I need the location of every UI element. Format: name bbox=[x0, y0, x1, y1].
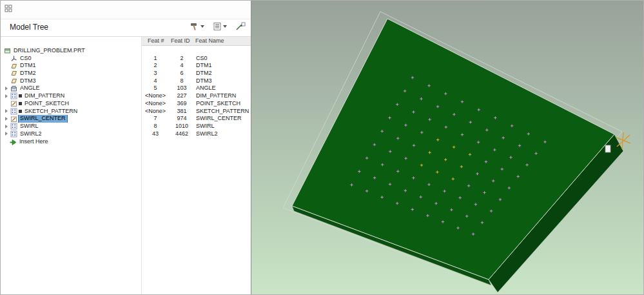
pattern-marker-icon bbox=[19, 94, 22, 97]
tree-row[interactable]: SWIRL81010SWIRL bbox=[1, 123, 251, 130]
tree-root-row[interactable]: DRILLING_PROBLEM.PRT bbox=[1, 47, 251, 55]
feat-name-cell: DTM3 bbox=[196, 77, 212, 85]
settings-hammer-button[interactable] bbox=[188, 21, 206, 32]
feat-num-cell: 8 bbox=[141, 123, 170, 130]
feat-name-cell: DTM1 bbox=[196, 62, 212, 70]
feat-id-cell: 974 bbox=[170, 115, 194, 123]
feat-name-cell: CS0 bbox=[196, 55, 208, 63]
view-options-button[interactable] bbox=[211, 21, 228, 32]
tree-item-label[interactable]: DTM1 bbox=[19, 62, 37, 70]
sketch-icon bbox=[10, 116, 17, 123]
locate-arrow-icon bbox=[235, 22, 246, 31]
column-header-feat-id: Feat ID bbox=[171, 37, 190, 44]
pattern-icon bbox=[10, 108, 17, 115]
list-icon bbox=[213, 22, 222, 31]
feature-icon bbox=[10, 85, 17, 92]
insert-here-label[interactable]: Insert Here bbox=[18, 138, 50, 146]
feat-name-cell: SWIRL_CENTER bbox=[196, 115, 242, 123]
part-icon bbox=[4, 47, 11, 54]
model-3d-view[interactable] bbox=[251, 1, 644, 294]
insert-here-row[interactable]: Insert Here bbox=[1, 138, 251, 146]
expand-arrow-icon[interactable] bbox=[4, 86, 9, 91]
feat-id-cell: 1010 bbox=[170, 123, 194, 130]
feat-id-cell: 381 bbox=[170, 108, 194, 116]
column-header-feat-num: Feat # bbox=[148, 37, 164, 44]
chevron-down-icon bbox=[223, 25, 227, 28]
tree-row[interactable]: POINT_SKETCH<None>369POINT_SKETCH bbox=[1, 100, 251, 108]
tree-item-label[interactable]: CS0 bbox=[19, 55, 33, 63]
tree-item-label[interactable]: ANGLE bbox=[19, 85, 41, 92]
model-tree: DRILLING_PROBLEM.PRT CS012CS0DTM124DTM1D… bbox=[1, 47, 251, 146]
datum-icon bbox=[10, 77, 17, 85]
sketch-icon bbox=[10, 100, 17, 107]
feat-num-cell: 4 bbox=[141, 77, 170, 85]
feat-name-cell: POINT_SKETCH bbox=[196, 100, 240, 108]
feat-name-cell: ANGLE bbox=[196, 85, 216, 92]
expand-arrow-icon bbox=[4, 79, 9, 84]
tree-item-label[interactable]: DTM2 bbox=[19, 70, 37, 77]
feat-num-cell: <None> bbox=[141, 108, 170, 116]
expand-arrow-icon bbox=[4, 71, 9, 76]
tree-item-label[interactable]: SWIRL2 bbox=[19, 130, 43, 138]
expand-arrow-icon bbox=[4, 101, 9, 107]
feat-name-cell: SWIRL bbox=[196, 123, 215, 130]
locate-in-tree-button[interactable] bbox=[234, 21, 247, 32]
tree-item-label[interactable]: POINT_SKETCH bbox=[23, 100, 70, 108]
feat-id-cell: 4462 bbox=[170, 130, 194, 138]
tree-root-label[interactable]: DRILLING_PROBLEM.PRT bbox=[12, 47, 86, 55]
panel-toolbar bbox=[188, 21, 247, 32]
tree-row[interactable]: ANGLE5103ANGLE bbox=[1, 85, 251, 92]
expand-arrow-icon bbox=[4, 56, 9, 61]
panel-top-strip bbox=[1, 1, 251, 19]
pattern-marker-icon bbox=[19, 102, 22, 105]
feat-num-cell: 2 bbox=[141, 62, 170, 70]
tree-row[interactable]: SKETCH_PATTERN<None>381SKETCH_PATTERN bbox=[1, 108, 251, 116]
tree-item-label[interactable]: SWIRL bbox=[19, 123, 40, 130]
column-header: Feat # Feat ID Feat Name bbox=[141, 37, 251, 46]
insert-here-arrow-icon bbox=[10, 139, 17, 146]
expand-arrow-icon[interactable] bbox=[4, 108, 9, 114]
csys-icon bbox=[10, 55, 17, 62]
datum-icon bbox=[10, 63, 17, 70]
tree-view-grid-icon[interactable] bbox=[5, 5, 14, 14]
expand-arrow-icon[interactable] bbox=[4, 94, 9, 99]
feat-name-cell: SWIRL2 bbox=[196, 130, 218, 138]
chevron-down-icon bbox=[200, 25, 204, 28]
tree-item-label[interactable]: SWIRL_CENTER bbox=[19, 115, 67, 123]
feat-id-cell: 227 bbox=[170, 92, 194, 100]
application-window: Model Tree bbox=[0, 0, 644, 295]
expand-arrow-icon bbox=[4, 63, 9, 68]
panel-title: Model Tree bbox=[10, 23, 48, 32]
tree-row[interactable]: CS012CS0 bbox=[1, 55, 251, 63]
feat-num-cell: <None> bbox=[141, 92, 170, 100]
expand-arrow-icon[interactable] bbox=[4, 116, 9, 121]
feat-num-cell: 3 bbox=[141, 70, 170, 77]
feat-num-cell: 5 bbox=[141, 85, 170, 92]
column-header-feat-name: Feat Name bbox=[195, 37, 224, 44]
feat-id-cell: 8 bbox=[170, 77, 194, 85]
tree-item-label[interactable]: DTM3 bbox=[19, 77, 37, 85]
tree-row[interactable]: SWIRL_CENTER7974SWIRL_CENTER bbox=[1, 115, 251, 123]
model-tree-panel: Model Tree bbox=[1, 1, 251, 294]
tree-row[interactable]: DIM_PATTERN<None>227DIM_PATTERN bbox=[1, 92, 251, 100]
feat-num-cell: 43 bbox=[141, 130, 170, 138]
feat-num-cell: 7 bbox=[141, 115, 170, 123]
tree-item-label[interactable]: DIM_PATTERN bbox=[23, 92, 66, 100]
expand-arrow-icon[interactable] bbox=[4, 124, 9, 129]
expand-arrow-icon[interactable] bbox=[4, 131, 9, 136]
feat-name-cell: DIM_PATTERN bbox=[196, 92, 236, 100]
feat-name-cell: SKETCH_PATTERN bbox=[196, 108, 249, 116]
panel-titlebar: Model Tree bbox=[1, 19, 251, 36]
feat-num-cell: <None> bbox=[141, 100, 170, 108]
feat-id-cell: 6 bbox=[170, 70, 194, 77]
datum-tag bbox=[605, 145, 610, 152]
graphics-viewport[interactable] bbox=[251, 1, 644, 294]
tree-item-label[interactable]: SKETCH_PATTERN bbox=[23, 108, 79, 116]
hammer-icon bbox=[189, 22, 199, 31]
tree-row[interactable]: SWIRL2434462SWIRL2 bbox=[1, 130, 251, 138]
feat-id-cell: 369 bbox=[170, 100, 194, 108]
tree-row[interactable]: DTM348DTM3 bbox=[1, 77, 251, 85]
tree-row[interactable]: DTM124DTM1 bbox=[1, 62, 251, 70]
tree-rows: CS012CS0DTM124DTM1DTM236DTM2DTM348DTM3AN… bbox=[1, 55, 251, 138]
tree-row[interactable]: DTM236DTM2 bbox=[1, 70, 251, 77]
